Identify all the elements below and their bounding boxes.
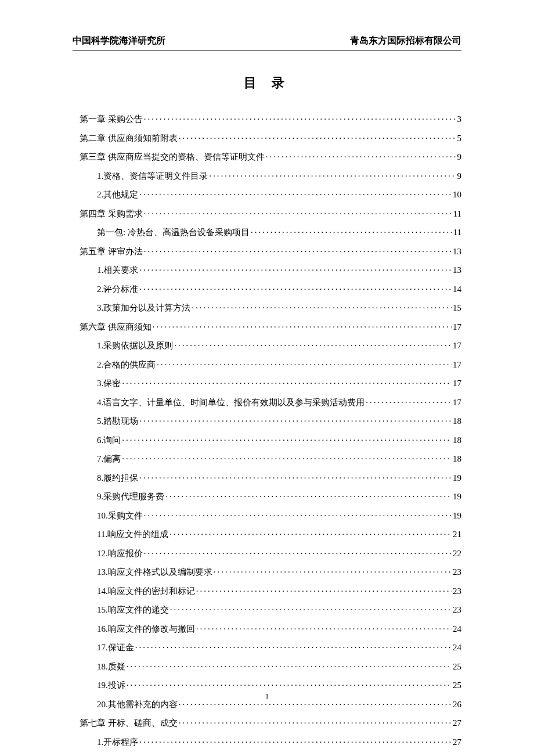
- toc-entry: 2.评分标准14: [73, 284, 461, 294]
- toc-leader-dots: [144, 510, 452, 521]
- toc-leader-dots: [144, 114, 456, 124]
- toc-entry-label: 第二章 供应商须知前附表: [73, 133, 178, 143]
- toc-entry-label: 16.响应文件的修改与撤回: [73, 624, 195, 634]
- toc-entry: 5.踏勘现场18: [73, 416, 461, 426]
- toc-entry: 4.语言文字、计量单位、时间单位、报价有效期以及参与采购活动费用17: [73, 397, 461, 408]
- toc-entry-label: 1.采购依据以及原则: [73, 340, 173, 351]
- toc-entry-page: 3: [457, 114, 462, 124]
- toc-entry: 第五章 评审办法13: [73, 246, 461, 257]
- toc-entry-page: 11: [453, 227, 461, 237]
- toc-entry-page: 22: [453, 548, 461, 559]
- toc-entry: 15.响应文件的递交23: [73, 604, 461, 615]
- toc-leader-dots: [144, 246, 452, 257]
- toc-entry-label: 第三章 供应商应当提交的资格、资信等证明文件: [73, 152, 265, 162]
- toc-entry: 10.采购文件19: [73, 510, 461, 521]
- toc-entry-page: 21: [453, 529, 461, 539]
- toc-entry-page: 17: [453, 322, 461, 332]
- toc-entry: 14.响应文件的密封和标记23: [73, 586, 461, 596]
- toc-entry: 17.保证金24: [73, 642, 461, 653]
- toc-entry-page: 23: [453, 586, 461, 596]
- toc-entry: 第四章 采购需求11: [73, 208, 461, 219]
- toc-entry-page: 9: [457, 152, 462, 162]
- toc-leader-dots: [196, 624, 452, 634]
- toc-entry-page: 24: [453, 624, 461, 634]
- toc-entry-page: 23: [453, 604, 461, 615]
- toc-entry-page: 14: [453, 284, 461, 294]
- toc-entry-page: 19: [453, 473, 461, 483]
- toc-leader-dots: [139, 737, 452, 747]
- toc-entry: 2.合格的供应商17: [73, 359, 461, 370]
- toc-entry: 11.响应文件的组成21: [73, 529, 461, 539]
- toc-entry-label: 2.其他规定: [73, 189, 138, 200]
- toc-entry: 第六章 供应商须知17: [73, 322, 461, 332]
- toc-entry-page: 17: [453, 359, 461, 370]
- table-of-contents: 第一章 采购公告3第二章 供应商须知前附表5第三章 供应商应当提交的资格、资信等…: [73, 114, 461, 747]
- toc-entry-label: 15.响应文件的递交: [73, 604, 169, 615]
- toc-entry-label: 第四章 采购需求: [73, 208, 143, 219]
- toc-entry-page: 24: [453, 642, 461, 653]
- toc-entry-label: 11.响应文件的组成: [73, 529, 168, 539]
- toc-entry: 第二章 供应商须知前附表5: [73, 133, 461, 143]
- page-header: 中国科学院海洋研究所 青岛东方国际招标有限公司: [73, 35, 461, 51]
- toc-entry-page: 11: [453, 208, 461, 219]
- toc-leader-dots: [251, 227, 452, 237]
- toc-entry-label: 14.响应文件的密封和标记: [73, 586, 195, 596]
- toc-entry-label: 第一包: 冷热台、高温热台设备采购项目: [73, 227, 250, 237]
- toc-leader-dots: [266, 152, 456, 162]
- toc-entry-page: 27: [453, 737, 461, 747]
- toc-leader-dots: [122, 453, 452, 464]
- toc-leader-dots: [139, 473, 452, 483]
- toc-entry-label: 1.相关要求: [73, 265, 138, 275]
- toc-entry-label: 3.保密: [73, 378, 121, 388]
- toc-entry-page: 18: [453, 453, 461, 464]
- toc-entry-page: 19: [453, 491, 461, 502]
- toc-leader-dots: [139, 189, 452, 200]
- toc-entry-page: 23: [453, 567, 461, 577]
- toc-leader-dots: [214, 567, 452, 577]
- toc-leader-dots: [170, 604, 452, 615]
- toc-entry: 9.采购代理服务费19: [73, 491, 461, 502]
- toc-leader-dots: [174, 340, 452, 351]
- toc-leader-dots: [127, 680, 452, 690]
- toc-leader-dots: [179, 718, 452, 728]
- toc-entry-label: 13.响应文件格式以及编制要求: [73, 567, 212, 577]
- toc-leader-dots: [366, 397, 452, 408]
- toc-leader-dots: [144, 208, 452, 219]
- toc-entry-page: 9: [457, 171, 462, 181]
- toc-entry-label: 19.投诉: [73, 680, 125, 690]
- toc-entry: 18.质疑25: [73, 661, 461, 672]
- toc-leader-dots: [196, 586, 452, 596]
- toc-entry-page: 27: [453, 718, 461, 728]
- toc-entry: 8.履约担保19: [73, 473, 461, 483]
- toc-entry-page: 17: [453, 397, 461, 408]
- toc-entry-page: 25: [453, 661, 461, 672]
- toc-leader-dots: [209, 171, 456, 181]
- toc-entry-label: 第七章 开标、磋商、成交: [73, 718, 178, 728]
- toc-entry-page: 13: [453, 246, 461, 257]
- toc-entry-label: 2.合格的供应商: [73, 359, 156, 370]
- toc-entry-label: 第一章 采购公告: [73, 114, 143, 124]
- toc-entry: 19.投诉25: [73, 680, 461, 690]
- toc-leader-dots: [153, 322, 452, 332]
- toc-entry: 第七章 开标、磋商、成交27: [73, 718, 461, 728]
- toc-entry-label: 1.开标程序: [73, 737, 138, 747]
- toc-entry-page: 15: [453, 303, 461, 313]
- toc-entry-label: 17.保证金: [73, 642, 134, 653]
- toc-leader-dots: [179, 133, 456, 143]
- toc-leader-dots: [144, 548, 452, 559]
- toc-entry-page: 13: [453, 265, 461, 275]
- toc-entry: 1.相关要求13: [73, 265, 461, 275]
- toc-entry: 12.响应报价22: [73, 548, 461, 559]
- toc-entry-page: 18: [453, 435, 461, 445]
- toc-entry: 3.政策加分以及计算方法15: [73, 303, 461, 313]
- toc-entry-page: 5: [457, 133, 462, 143]
- toc-entry: 3.保密17: [73, 378, 461, 388]
- document-page: 中国科学院海洋研究所 青岛东方国际招标有限公司 目 录 第一章 采购公告3第二章…: [0, 0, 534, 756]
- toc-leader-dots: [139, 284, 452, 294]
- toc-entry-label: 第五章 评审办法: [73, 246, 143, 257]
- toc-entry-page: 18: [453, 416, 461, 426]
- toc-leader-dots: [157, 359, 452, 370]
- toc-entry-page: 10: [453, 189, 461, 200]
- toc-title: 目 录: [73, 74, 461, 92]
- toc-leader-dots: [139, 265, 452, 275]
